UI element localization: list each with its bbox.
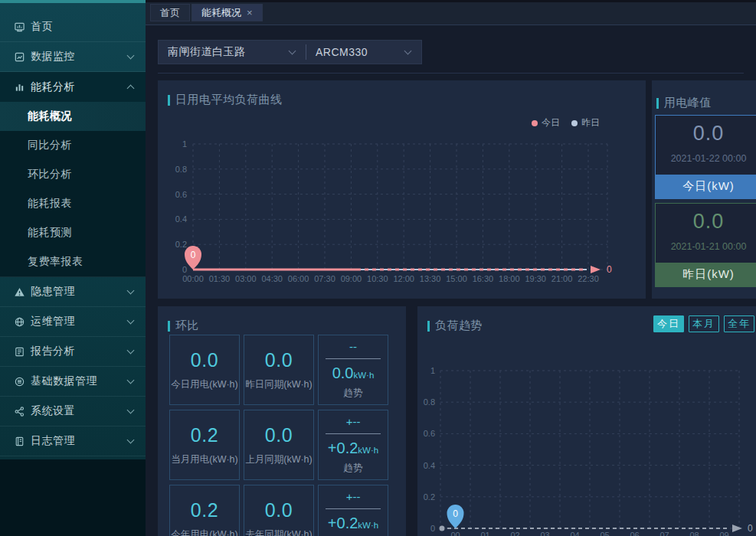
load-trend-panel: 负荷趋势 今日 本月 全年 00.20.40.60.81000102030405…	[417, 306, 756, 536]
svg-text:06:00: 06:00	[288, 274, 309, 283]
svg-text:0.2: 0.2	[175, 240, 187, 249]
sidebar-item-log[interactable]: 日志管理	[0, 427, 146, 456]
stat-value: 0.2	[191, 424, 218, 446]
sidebar-item-energy-analysis[interactable]: 能耗分析	[0, 72, 146, 102]
sidebar-item-base-data[interactable]: 基础数据管理	[0, 367, 146, 397]
svg-text:06: 06	[630, 531, 639, 536]
sidebar-subitem-yoy-analysis[interactable]: 同比分析	[0, 131, 146, 160]
peak-card-footer: 今日(kW)	[656, 175, 756, 198]
svg-text:16:30: 16:30	[473, 274, 494, 283]
tab-label: 首页	[160, 6, 180, 20]
tab-energy-overview[interactable]: 能耗概况 ×	[191, 4, 263, 21]
panel-title-text: 环比	[175, 319, 199, 333]
load-curve-chart: 00.20.40.60.8100:0001:3003:0004:3006:000…	[158, 80, 646, 299]
section-divider	[158, 73, 744, 74]
close-icon[interactable]: ×	[247, 8, 253, 18]
svg-text:01: 01	[480, 531, 489, 536]
trend-percent: --	[349, 340, 357, 353]
chevron-down-icon	[127, 436, 135, 444]
sidebar-item-label: 系统设置	[31, 404, 128, 418]
sidebar-item-label: 运维管理	[31, 315, 128, 328]
sidebar-item-system-settings[interactable]: 系统设置	[0, 397, 146, 427]
title-accent-bar	[656, 98, 659, 109]
energy-dashboard: { "theme": { "accent": "#2eb3c0", "cyan"…	[0, 0, 756, 536]
svg-text:0.6: 0.6	[424, 429, 435, 438]
monitor-icon	[14, 51, 25, 63]
trend-percent: +--	[346, 415, 361, 428]
svg-text:09:00: 09:00	[341, 274, 362, 283]
svg-text:0.8: 0.8	[424, 397, 435, 407]
stat-card: 0.0 去年同期(kW·h)	[244, 485, 314, 536]
trend-unit: kW·h	[358, 521, 378, 530]
svg-text:04: 04	[570, 531, 579, 536]
chevron-down-icon	[127, 377, 135, 384]
svg-text:00:00: 00:00	[182, 274, 204, 283]
peak-timestamp: 2021-01-21 00:00	[671, 241, 747, 252]
settings-icon	[14, 406, 25, 417]
svg-text:04:30: 04:30	[261, 274, 283, 283]
svg-text:19:30: 19:30	[525, 274, 546, 283]
device-select[interactable]: ARCM330	[306, 41, 421, 64]
sidebar-subitem-rate-report[interactable]: 复费率报表	[0, 247, 146, 276]
stat-label: 当月用电(kW·h)	[171, 453, 238, 466]
svg-text:09: 09	[719, 531, 728, 536]
trend-delta: +0.2kW·h	[328, 515, 378, 532]
trend-card: -- 0.0kW·h 趋势	[318, 335, 388, 405]
sidebar-item-home[interactable]: 首页	[0, 12, 146, 42]
trend-chart: 00.20.40.60.810001020304050607080900	[417, 306, 756, 536]
log-icon	[14, 436, 25, 447]
stat-label: 上月同期(kW·h)	[245, 453, 313, 466]
svg-text:21:00: 21:00	[551, 274, 573, 283]
sidebar-subitem-energy-forecast[interactable]: 能耗预测	[0, 218, 146, 247]
sidebar-item-ops[interactable]: 运维管理	[0, 307, 146, 337]
sidebar-item-label: 能耗分析	[31, 80, 128, 94]
stat-label: 趋势	[344, 387, 363, 400]
stat-label: 昨日同期(kW·h)	[245, 378, 313, 391]
station-select[interactable]: 南闸街道白玉路	[159, 41, 306, 64]
svg-text:03:00: 03:00	[235, 274, 257, 283]
svg-text:0: 0	[430, 524, 435, 533]
peak-value: 0.0	[693, 210, 725, 234]
svg-text:03: 03	[540, 531, 549, 536]
svg-text:22:30: 22:30	[578, 274, 599, 283]
tab-home[interactable]: 首页	[150, 4, 190, 21]
device-select-value: ARCM330	[306, 46, 398, 58]
stat-value: 0.0	[191, 349, 218, 371]
chevron-down-icon	[404, 47, 412, 55]
sidebar-subitem-energy-overview[interactable]: 能耗概况	[0, 102, 146, 131]
stat-card: 0.2 当月用电(kW·h)	[169, 410, 240, 480]
sidebar-item-label: 报告分析	[31, 345, 128, 358]
sidebar-item-data-monitor[interactable]: 数据监控	[0, 42, 146, 72]
stat-label: 去年同期(kW·h)	[245, 528, 313, 536]
trend-divider	[326, 358, 381, 359]
home-icon	[14, 21, 25, 33]
energy-analysis-submenu: 能耗概况 同比分析 环比分析 能耗报表 能耗预测 复费率报表	[0, 102, 146, 277]
sidebar-item-report-analysis[interactable]: 报告分析	[0, 337, 146, 367]
sidebar-item-hazard[interactable]: 隐患管理	[0, 277, 146, 307]
sidebar-menu: 首页 数据监控 能耗分析 能耗概况 同比分析 环比分析 能耗报表 能耗预测 复费…	[0, 3, 146, 459]
stat-value: 0.0	[265, 424, 293, 446]
svg-text:15:00: 15:00	[446, 274, 467, 283]
analysis-icon	[14, 81, 25, 93]
svg-text:0.8: 0.8	[175, 165, 187, 174]
title-accent-bar	[168, 321, 170, 332]
peak-panel: 用电峰值 0.0 2021-01-22 00:00 今日(kW) 0.0 202…	[652, 80, 756, 299]
peak-card-yesterday: 0.0 2021-01-21 00:00 昨日(kW)	[655, 203, 756, 287]
sidebar-subitem-mom-analysis[interactable]: 环比分析	[0, 160, 146, 189]
svg-text:13:30: 13:30	[420, 274, 441, 283]
svg-text:0.4: 0.4	[175, 214, 187, 224]
peak-card-body: 0.0 2021-01-22 00:00	[656, 116, 756, 175]
load-curve-panel: 日用电平均负荷曲线 今日 昨日 00.20.40.60.8100:0001:30…	[158, 80, 646, 299]
stat-label: 今日用电(kW·h)	[171, 378, 238, 391]
stat-value: 0.0	[265, 499, 293, 521]
svg-text:01:30: 01:30	[209, 274, 231, 283]
svg-text:0: 0	[607, 264, 612, 275]
chevron-down-icon	[127, 287, 135, 295]
sidebar-subitem-energy-report[interactable]: 能耗报表	[0, 189, 146, 218]
hazard-icon	[14, 286, 25, 298]
trend-delta: +0.2kW·h	[328, 440, 378, 457]
svg-text:12:00: 12:00	[393, 274, 414, 283]
svg-text:0.2: 0.2	[424, 492, 435, 502]
svg-text:1: 1	[430, 366, 435, 375]
sidebar-item-label: 数据监控	[31, 50, 128, 64]
